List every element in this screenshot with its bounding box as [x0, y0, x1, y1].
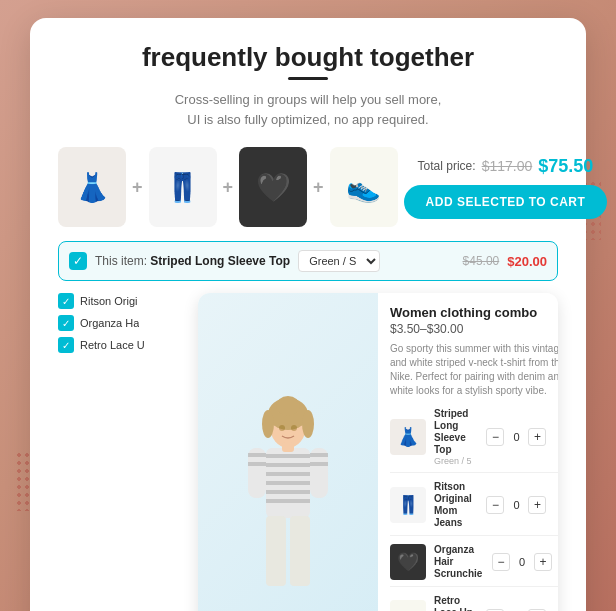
mini-checkmark-1: ✓ — [62, 296, 70, 307]
product-thumb-2-emoji: 👖 — [165, 171, 200, 204]
product-thumb-4-emoji: 👟 — [346, 171, 381, 204]
qty-control-3: − 0 + — [492, 553, 552, 571]
detail-name-4: Retro Lace Up Sneakers — [434, 595, 478, 611]
svg-rect-15 — [310, 453, 328, 457]
detail-info-3: Organza Hair Scrunchie — [434, 544, 484, 580]
detail-thumb-4: 👟 — [390, 600, 426, 611]
detail-item-2: 👖 Ritson Original Mom Jeans − 0 + $22.00 — [390, 481, 558, 536]
subtitle: Cross-selling in groups will help you se… — [58, 90, 558, 129]
plus-sign-1: + — [132, 177, 143, 198]
qty-plus-2[interactable]: + — [528, 496, 546, 514]
variant-select[interactable]: Green / S — [298, 250, 380, 272]
model-svg — [228, 396, 348, 596]
product-detail-list: 👗 Striped Long Sleeve Top Green / 5 − 0 … — [390, 408, 558, 611]
svg-rect-5 — [266, 454, 310, 458]
combo-row: 👗 + 👖 + 🖤 + 👟 Total price: $117.00 $75.5… — [58, 147, 558, 227]
svg-rect-6 — [266, 463, 310, 467]
mini-checkbox-2[interactable]: ✓ — [58, 315, 74, 331]
selected-item-row: ✓ This item: Striped Long Sleeve Top Gre… — [58, 241, 558, 281]
qty-control-2: − 0 + — [486, 496, 546, 514]
bottom-section: ✓ Ritson Origi ✓ Organza Ha ✓ Retro Lace… — [58, 293, 558, 611]
svg-rect-16 — [310, 462, 328, 466]
svg-rect-8 — [266, 481, 310, 485]
qty-num-3: 0 — [516, 556, 528, 568]
item-price-new: $20.00 — [507, 254, 547, 269]
product-thumb-1-emoji: 👗 — [75, 171, 110, 204]
mini-item-row-1: ✓ Ritson Origi — [58, 293, 188, 309]
mini-checkbox-3[interactable]: ✓ — [58, 337, 74, 353]
plus-sign-3: + — [313, 177, 324, 198]
combo-price-range: $3.50–$30.00 — [390, 322, 558, 336]
detail-info-2: Ritson Original Mom Jeans — [434, 481, 478, 529]
qty-plus-3[interactable]: + — [534, 553, 552, 571]
detail-item-1: 👗 Striped Long Sleeve Top Green / 5 − 0 … — [390, 408, 558, 473]
svg-point-3 — [302, 410, 314, 438]
product-thumb-3: 🖤 — [239, 147, 307, 227]
title-underline — [288, 77, 328, 80]
qty-control-1: − 0 + — [486, 428, 546, 446]
subtitle-line2: UI is also fully optimized, no app requi… — [187, 112, 428, 127]
product-thumb-4: 👟 — [330, 147, 398, 227]
product-thumb-3-emoji: 🖤 — [256, 171, 291, 204]
svg-point-20 — [279, 425, 285, 431]
qty-plus-1[interactable]: + — [528, 428, 546, 446]
qty-minus-2[interactable]: − — [486, 496, 504, 514]
combo-price-old: $117.00 — [482, 158, 533, 174]
item-label: This item: Striped Long Sleeve Top — [95, 254, 290, 268]
item-price-old: $45.00 — [463, 254, 500, 268]
add-selected-to-cart-button[interactable]: ADD SELECTED TO CART — [404, 185, 608, 219]
qty-num-1: 0 — [510, 431, 522, 443]
mini-item-label-3: Retro Lace U — [80, 339, 145, 351]
combo-description: Go sporty this summer with this vintage … — [390, 342, 558, 398]
qty-minus-3[interactable]: − — [492, 553, 510, 571]
mini-checkmark-2: ✓ — [62, 318, 70, 329]
detail-variant-1: Green / 5 — [434, 456, 478, 466]
qty-minus-1[interactable]: − — [486, 428, 504, 446]
mini-checkmark-3: ✓ — [62, 340, 70, 351]
svg-rect-19 — [282, 442, 294, 452]
svg-rect-12 — [248, 453, 266, 457]
detail-name-1: Striped Long Sleeve Top — [434, 408, 478, 456]
checkmark-icon: ✓ — [73, 254, 83, 268]
svg-rect-9 — [266, 490, 310, 494]
item-prefix: This item: — [95, 254, 147, 268]
left-panel: ✓ Ritson Origi ✓ Organza Ha ✓ Retro Lace… — [58, 293, 188, 611]
detail-thumb-3: 🖤 — [390, 544, 426, 580]
mini-checkbox-1[interactable]: ✓ — [58, 293, 74, 309]
detail-info-4: Retro Lace Up Sneakers UK 2 — [434, 595, 478, 611]
mini-item-label-2: Organza Ha — [80, 317, 139, 329]
total-price-row: Total price: $117.00 $75.50 — [418, 156, 594, 177]
detail-item-4: 👟 Retro Lace Up Sneakers UK 2 − 0 + $45.… — [390, 595, 558, 611]
right-detail-panel: Women clothing combo $3.50–$30.00 Go spo… — [378, 293, 558, 611]
main-card: frequently bought together Cross-selling… — [30, 18, 586, 611]
page-title: frequently bought together — [58, 42, 558, 73]
detail-thumb-1: 👗 — [390, 419, 426, 455]
combo-price-new: $75.50 — [538, 156, 593, 177]
detail-thumb-2: 👖 — [390, 487, 426, 523]
detail-info-1: Striped Long Sleeve Top Green / 5 — [434, 408, 478, 466]
detail-name-3: Organza Hair Scrunchie — [434, 544, 484, 580]
svg-rect-13 — [248, 462, 266, 466]
detail-name-2: Ritson Original Mom Jeans — [434, 481, 478, 529]
svg-rect-18 — [290, 516, 310, 586]
item-checkbox[interactable]: ✓ — [69, 252, 87, 270]
plus-sign-2: + — [223, 177, 234, 198]
combo-title: Women clothing combo — [390, 305, 558, 320]
svg-rect-7 — [266, 472, 310, 476]
svg-point-2 — [262, 410, 274, 438]
mini-item-label-1: Ritson Origi — [80, 295, 137, 307]
product-thumb-2: 👖 — [149, 147, 217, 227]
qty-num-2: 0 — [510, 499, 522, 511]
mini-item-row-2: ✓ Organza Ha — [58, 315, 188, 331]
detail-item-3: 🖤 Organza Hair Scrunchie − 0 + $5.00 $3.… — [390, 544, 558, 587]
svg-rect-10 — [266, 499, 310, 503]
mini-item-row-3: ✓ Retro Lace U — [58, 337, 188, 353]
subtitle-line1: Cross-selling in groups will help you se… — [175, 92, 442, 107]
product-thumb-1: 👗 — [58, 147, 126, 227]
svg-rect-17 — [266, 516, 286, 586]
product-image-card: × Women clothing combo $3.50–$30.00 Go s… — [198, 293, 558, 611]
total-label: Total price: — [418, 159, 476, 173]
item-name: Striped Long Sleeve Top — [150, 254, 290, 268]
price-cart-area: Total price: $117.00 $75.50 ADD SELECTED… — [404, 156, 608, 219]
svg-point-22 — [276, 396, 300, 416]
